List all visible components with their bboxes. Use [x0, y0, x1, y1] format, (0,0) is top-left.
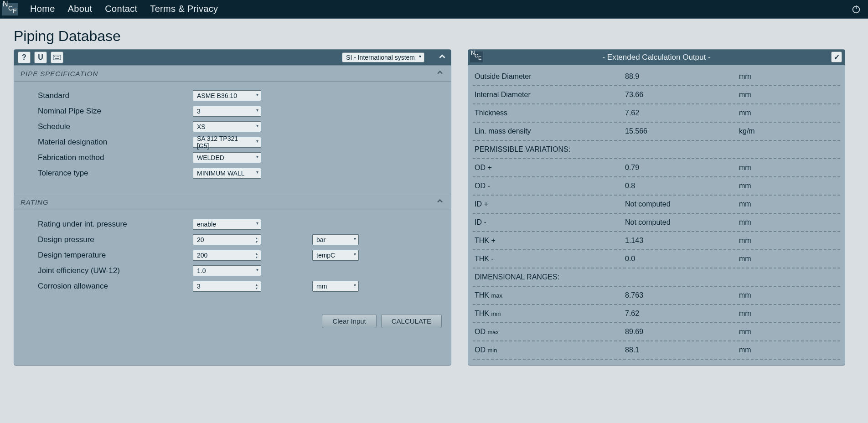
- pressure-unit-select[interactable]: bar: [312, 234, 359, 245]
- output-unit: mm: [739, 255, 751, 263]
- rating-form: Rating under int. pressure enable Design…: [14, 210, 451, 307]
- output-heading-row: DIMENSIONAL RANGES:: [473, 268, 840, 287]
- pressure-stepper[interactable]: ▲▼: [253, 235, 260, 244]
- output-value: 73.66: [625, 91, 739, 99]
- output-value: 0.0: [625, 255, 739, 263]
- pressure-input[interactable]: 20▲▼: [193, 234, 261, 245]
- output-unit: kg/m: [739, 127, 755, 135]
- fabrication-select[interactable]: WELDED: [193, 152, 261, 163]
- corrosion-unit-select[interactable]: mm: [312, 281, 359, 292]
- output-unit: mm: [739, 182, 751, 190]
- output-value: 7.62: [625, 109, 739, 117]
- section-rating-title: RATING: [21, 198, 49, 206]
- nps-select[interactable]: 3: [193, 106, 261, 117]
- tolerance-label: Tolerance type: [38, 169, 193, 178]
- svg-rect-2: [53, 55, 61, 60]
- units-button[interactable]: U: [34, 52, 47, 63]
- nps-label: Nominal Pipe Size: [38, 107, 193, 116]
- rating-enable-label: Rating under int. pressure: [38, 220, 193, 229]
- joint-select[interactable]: 1.0: [193, 265, 261, 276]
- fabrication-label: Fabrication method: [38, 153, 193, 162]
- output-label: THK -: [475, 255, 625, 263]
- input-panel: ? U SI - International system PIPE SPECI…: [14, 49, 451, 366]
- nav-contact[interactable]: Contact: [105, 4, 137, 14]
- output-row: Lin. mass density15.566kg/m: [473, 123, 840, 141]
- output-confirm-button[interactable]: ✓: [831, 52, 842, 62]
- keyboard-icon[interactable]: [51, 52, 63, 63]
- output-panel-header: NCE - Extended Calculation Output - ✓: [468, 50, 845, 65]
- output-label: ID -: [475, 218, 625, 227]
- standard-label: Standard: [38, 91, 193, 100]
- output-value: 1.143: [625, 237, 739, 245]
- output-body: Outside Diameter88.9mmInternal Diameter7…: [468, 65, 845, 365]
- joint-label: Joint efficiency (UW-12): [38, 266, 193, 275]
- nav-terms[interactable]: Terms & Privacy: [150, 4, 218, 14]
- schedule-label: Schedule: [38, 122, 193, 131]
- schedule-select[interactable]: XS: [193, 121, 261, 132]
- help-button[interactable]: ?: [18, 52, 31, 63]
- calculate-button[interactable]: CALCULATE: [381, 314, 442, 328]
- nav-home[interactable]: Home: [30, 4, 55, 14]
- brand-logo[interactable]: NCE: [0, 0, 20, 18]
- nav-links: Home About Contact Terms & Privacy: [30, 4, 218, 14]
- material-select[interactable]: SA 312 TP321 [G5]: [193, 137, 261, 148]
- output-label: Thickness: [475, 109, 625, 117]
- section-rating-header: RATING: [14, 194, 451, 210]
- output-row: THK -0.0mm: [473, 250, 840, 268]
- unit-system-select[interactable]: SI - International system: [342, 52, 424, 62]
- output-heading-row: PERMISSIBLE VARIATIONS:: [473, 141, 840, 159]
- corrosion-label: Corrosion allowance: [38, 282, 193, 291]
- section-pipe-spec-title: PIPE SPECIFICATION: [21, 70, 98, 77]
- output-label: THK +: [475, 237, 625, 245]
- material-label: Material designation: [38, 138, 193, 147]
- collapse-spec-icon[interactable]: [435, 68, 444, 79]
- output-row: ID +Not computedmm: [473, 196, 840, 214]
- output-label: THK max: [475, 291, 625, 299]
- top-navbar: NCE Home About Contact Terms & Privacy: [0, 0, 868, 19]
- output-value: 15.566: [625, 127, 739, 135]
- output-panel: NCE - Extended Calculation Output - ✓ Ou…: [468, 49, 845, 366]
- tolerance-select[interactable]: MINIMUM WALL: [193, 168, 261, 179]
- spec-form: Standard ASME B36.10 Nominal Pipe Size 3…: [14, 82, 451, 194]
- section-pipe-spec-header: PIPE SPECIFICATION: [14, 65, 451, 82]
- output-value: 88.1: [625, 346, 739, 354]
- output-unit: mm: [739, 91, 751, 99]
- clear-input-button[interactable]: Clear Input: [322, 314, 376, 328]
- output-row: THK max8.763mm: [473, 287, 840, 305]
- output-value: 7.62: [625, 310, 739, 318]
- output-label: OD -: [475, 182, 625, 190]
- output-label: Internal Diameter: [475, 91, 625, 99]
- output-row: THK +1.143mm: [473, 232, 840, 250]
- output-value: Not computed: [625, 218, 739, 227]
- output-value: 0.8: [625, 182, 739, 190]
- output-row: OD min88.1mm: [473, 341, 840, 360]
- corrosion-input[interactable]: 3▲▼: [193, 281, 261, 292]
- temperature-label: Design temperature: [38, 251, 193, 260]
- output-unit: mm: [739, 200, 751, 208]
- output-value: 8.763: [625, 291, 739, 299]
- temperature-unit-select[interactable]: tempC: [312, 250, 359, 261]
- output-row: ID -Not computedmm: [473, 214, 840, 232]
- output-row: Internal Diameter73.66mm: [473, 86, 840, 104]
- output-label: OD +: [475, 164, 625, 172]
- output-row: OD -0.8mm: [473, 177, 840, 196]
- temperature-input[interactable]: 200▲▼: [193, 250, 261, 261]
- output-label: THK min: [475, 310, 625, 318]
- output-unit: mm: [739, 109, 751, 117]
- output-value: Not computed: [625, 200, 739, 208]
- nav-about[interactable]: About: [68, 4, 93, 14]
- output-label: PERMISSIBLE VARIATIONS:: [475, 145, 625, 154]
- collapse-rating-icon[interactable]: [435, 196, 444, 207]
- output-unit: mm: [739, 164, 751, 172]
- output-label: DIMENSIONAL RANGES:: [475, 273, 625, 281]
- temperature-stepper[interactable]: ▲▼: [253, 251, 260, 260]
- output-value: 88.9: [625, 72, 739, 81]
- corrosion-stepper[interactable]: ▲▼: [253, 282, 260, 291]
- output-panel-title: - Extended Calculation Output -: [602, 53, 710, 62]
- output-row: THK min7.62mm: [473, 305, 840, 323]
- collapse-panel-icon[interactable]: [437, 52, 447, 63]
- output-value: 0.79: [625, 164, 739, 172]
- rating-enable-select[interactable]: enable: [193, 219, 261, 230]
- standard-select[interactable]: ASME B36.10: [193, 90, 261, 101]
- power-icon[interactable]: [850, 3, 863, 15]
